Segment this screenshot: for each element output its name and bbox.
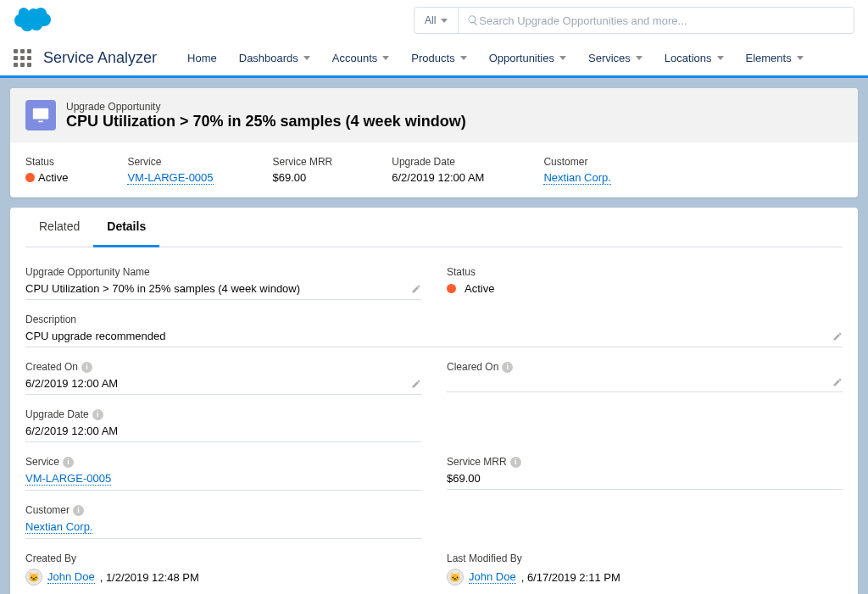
search-icon — [467, 14, 479, 26]
customer-link[interactable]: Nextian Corp. — [543, 171, 610, 185]
field-service-mrr: Service MRRi $69.00 — [447, 451, 843, 496]
summary-status: Status Active — [25, 156, 68, 184]
nav-services[interactable]: Services — [578, 43, 653, 73]
edit-icon[interactable] — [832, 377, 843, 387]
global-search: All — [414, 7, 854, 34]
service-link[interactable]: VM-LARGE-0005 — [127, 171, 213, 185]
summary-service: Service VM-LARGE-0005 — [127, 156, 213, 184]
edit-icon[interactable] — [411, 379, 421, 389]
info-icon[interactable]: i — [63, 457, 74, 468]
field-description: Description CPU upgrade recommended — [25, 308, 843, 353]
field-status: Status Active — [447, 261, 843, 305]
app-nav: Service Analyzer Home Dashboards Account… — [0, 41, 868, 78]
search-filter[interactable]: All — [415, 8, 459, 33]
field-modified-by: Last Modified By 🐱John Doe, 6/17/2019 2:… — [447, 547, 843, 594]
global-header: All — [0, 0, 868, 41]
tab-details[interactable]: Details — [93, 208, 159, 247]
field-customer: Customeri Nextian Corp. — [25, 499, 421, 544]
field-service: Servicei VM-LARGE-0005 — [25, 451, 421, 496]
page-title: CPU Utilization > 70% in 25% samples (4 … — [66, 113, 466, 130]
caret-down-icon — [441, 19, 448, 23]
caret-down-icon — [303, 56, 310, 60]
nav-elements[interactable]: Elements — [736, 43, 814, 73]
caret-down-icon — [559, 56, 566, 60]
nav-accounts[interactable]: Accounts — [322, 43, 399, 73]
tabs: Related Details — [25, 208, 843, 247]
user-link[interactable]: John Doe — [47, 570, 95, 584]
summary-customer: Customer Nextian Corp. — [543, 156, 610, 184]
field-created-on: Created Oni 6/2/2019 12:00 AM — [25, 356, 421, 400]
nav-locations[interactable]: Locations — [654, 43, 734, 73]
info-icon[interactable]: i — [92, 409, 103, 420]
caret-down-icon — [717, 56, 724, 60]
avatar-icon: 🐱 — [25, 569, 42, 586]
info-icon[interactable]: i — [81, 362, 92, 373]
info-icon[interactable]: i — [502, 362, 513, 373]
info-icon[interactable]: i — [510, 457, 521, 468]
nav-opportunities[interactable]: Opportunities — [479, 43, 576, 73]
summary-mrr: Service MRR $69.00 — [273, 156, 333, 184]
app-title: Service Analyzer — [43, 49, 157, 67]
record-highlights: Upgrade Opportunity CPU Utilization > 70… — [10, 88, 858, 197]
nav-home[interactable]: Home — [177, 43, 227, 73]
edit-icon[interactable] — [832, 331, 843, 341]
field-cleared-on: Cleared Oni — [447, 356, 843, 400]
status-dot-icon — [25, 173, 35, 182]
object-label: Upgrade Opportunity — [66, 101, 466, 113]
summary-upgrade-date: Upgrade Date 6/2/2019 12:00 AM — [392, 156, 484, 184]
search-input[interactable] — [479, 14, 845, 27]
customer-link[interactable]: Nextian Corp. — [25, 520, 92, 534]
record-detail: Related Details Upgrade Opportunity Name… — [10, 208, 858, 594]
service-link[interactable]: VM-LARGE-0005 — [25, 472, 111, 486]
app-launcher-icon[interactable] — [14, 49, 31, 67]
caret-down-icon — [636, 56, 643, 60]
field-name: Upgrade Opportunity Name CPU Utilization… — [25, 261, 421, 305]
field-created-by: Created By 🐱John Doe, 1/2/2019 12:48 PM — [25, 547, 421, 594]
caret-down-icon — [460, 56, 467, 60]
edit-icon[interactable] — [411, 284, 421, 294]
caret-down-icon — [797, 56, 804, 60]
field-upgrade-date: Upgrade Datei 6/2/2019 12:00 AM — [25, 403, 421, 447]
tab-related[interactable]: Related — [25, 208, 93, 247]
info-icon[interactable]: i — [73, 505, 84, 516]
nav-dashboards[interactable]: Dashboards — [229, 43, 320, 73]
avatar-icon: 🐱 — [447, 569, 464, 586]
salesforce-logo[interactable] — [14, 8, 51, 33]
monitor-icon — [25, 100, 56, 130]
nav-products[interactable]: Products — [401, 43, 476, 73]
caret-down-icon — [382, 56, 389, 60]
user-link[interactable]: John Doe — [469, 570, 516, 584]
status-dot-icon — [447, 284, 456, 293]
